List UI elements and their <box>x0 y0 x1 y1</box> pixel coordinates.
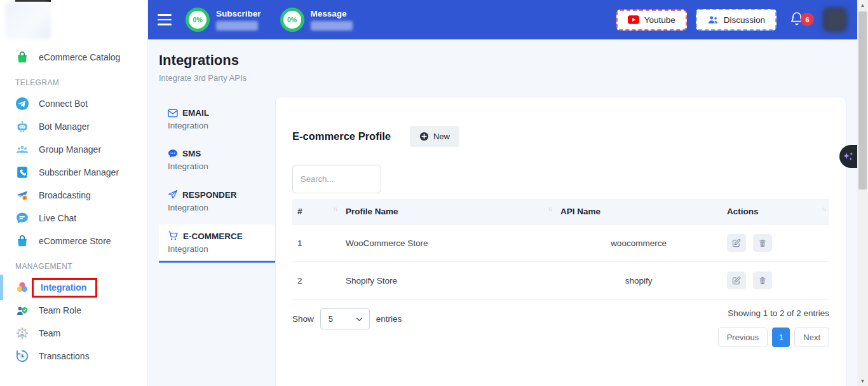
sidebar-item-transactions[interactable]: Transactions <box>0 345 147 368</box>
integration-subnav: EMAIL Integration SMS Integration <box>159 97 275 268</box>
next-page-button[interactable]: Next <box>794 327 829 347</box>
sidebar-item-label: Group Manager <box>39 144 101 155</box>
page-size-select[interactable]: 5 <box>320 308 370 329</box>
sms-bubble-icon <box>168 149 178 158</box>
users-icon <box>707 15 719 25</box>
gear-person-icon <box>15 326 29 340</box>
sidebar-item-group-manager[interactable]: Group Manager <box>0 138 147 161</box>
history-clock-icon <box>15 349 29 363</box>
edit-button[interactable] <box>727 272 746 289</box>
sidebar: eCommerce Catalog TELEGRAM Connect Bot B… <box>0 0 148 386</box>
notification-count-badge: 6 <box>801 13 814 26</box>
sidebar-item-bot-manager[interactable]: Bot Manager <box>0 115 147 138</box>
search-input[interactable] <box>292 165 381 193</box>
api-name-cell: shopify <box>555 262 722 300</box>
sidebar-item-broadcasting[interactable]: Broadcasting <box>0 184 147 207</box>
sidebar-item-label: Transactions <box>39 351 90 361</box>
youtube-button[interactable]: Youtube <box>616 10 687 31</box>
app-logo-blurred <box>5 3 51 39</box>
sidebar-item-label: Live Chat <box>39 213 76 223</box>
sidebar-item-live-chat[interactable]: Live Chat <box>0 207 147 230</box>
subscriber-stat: 0% Subscriber <box>186 8 261 32</box>
tab-subtitle: Integration <box>168 121 266 130</box>
panel-title: E-commerce Profile <box>292 130 391 142</box>
sidebar-item-label-annotated: Integration <box>32 278 97 298</box>
delete-button[interactable] <box>753 272 772 289</box>
sidebar-item-subscriber-manager[interactable]: Subscriber Manager <box>0 161 147 184</box>
profile-name-cell: WooCommerce Store <box>341 224 555 262</box>
sidebar-item-team-role[interactable]: Team Role <box>0 299 147 322</box>
page-title: Integrations <box>159 52 846 69</box>
person-shield-icon <box>15 303 29 317</box>
message-stat-value-blurred <box>311 21 353 31</box>
trash-icon <box>758 238 767 248</box>
sparkles-icon <box>842 150 855 163</box>
table-row: 1 WooCommerce Store woocommerce <box>292 224 829 262</box>
sidebar-item-label: eCommerce Catalog <box>39 52 120 62</box>
people-group-icon <box>15 142 29 156</box>
tab-responder-integration[interactable]: RESPONDER Integration <box>159 183 275 219</box>
envelope-icon <box>168 109 178 118</box>
notifications-button[interactable]: 6 <box>789 10 808 29</box>
tab-subtitle: Integration <box>168 162 266 171</box>
sidebar-section-telegram: TELEGRAM <box>0 78 147 87</box>
subscriber-stat-value-blurred <box>216 21 258 31</box>
sidebar-item-label: Bot Manager <box>39 121 90 132</box>
youtube-button-label: Youtube <box>644 15 675 25</box>
shopping-bag-blue-icon <box>15 234 29 248</box>
tab-subtitle: Integration <box>168 203 266 212</box>
sidebar-item-connect-bot[interactable]: Connect Bot <box>0 92 147 115</box>
sidebar-item-team[interactable]: Team <box>0 322 147 345</box>
profiles-table: #↑↓ Profile Name↑↓ API Name Actions↑↓ 1 … <box>292 199 829 300</box>
new-profile-button[interactable]: New <box>410 126 459 147</box>
scroll-down-arrow-icon[interactable]: ▼ <box>857 376 868 386</box>
message-stat: 0% Message <box>280 8 353 32</box>
ecommerce-profile-card: E-commerce Profile New #↑↓ Profile Name↑… <box>275 97 846 386</box>
column-header-profile-name[interactable]: Profile Name↑↓ <box>341 199 555 224</box>
sort-icon: ↑↓ <box>822 205 825 212</box>
showing-entries-text: Showing 1 to 2 of 2 entries <box>728 308 829 318</box>
contact-phone-icon <box>15 165 29 179</box>
column-header-num[interactable]: #↑↓ <box>292 199 341 224</box>
scrollbar-thumb[interactable] <box>858 11 867 190</box>
sidebar-item-ecommerce-store[interactable]: eCommerce Store <box>0 230 147 252</box>
sidebar-item-ecommerce-catalog[interactable]: eCommerce Catalog <box>0 46 147 69</box>
vertical-scrollbar[interactable]: ▲ ▼ <box>857 0 868 386</box>
app-window: eCommerce Catalog TELEGRAM Connect Bot B… <box>0 0 868 386</box>
previous-page-button[interactable]: Previous <box>718 327 768 347</box>
robot-icon <box>15 120 29 134</box>
hamburger-menu-icon[interactable] <box>158 14 172 25</box>
sort-icon: ↑↓ <box>548 205 552 212</box>
discussion-button-label: Discussion <box>724 15 765 25</box>
table-row: 2 Shopify Store shopify <box>292 262 829 300</box>
tab-title: SMS <box>182 149 201 158</box>
shopping-cart-icon <box>168 231 179 241</box>
youtube-icon <box>628 15 639 24</box>
tab-title: EMAIL <box>182 108 209 118</box>
edit-button[interactable] <box>727 234 746 252</box>
tab-ecommerce-integration[interactable]: E-COMMERCE Integration <box>159 224 275 263</box>
entries-label: entries <box>376 314 402 324</box>
column-header-actions[interactable]: Actions↑↓ <box>722 199 829 224</box>
chevron-down-icon <box>356 315 363 323</box>
ai-assistant-fab[interactable] <box>839 145 857 168</box>
pagination: Previous 1 Next <box>718 327 829 347</box>
tab-sms-integration[interactable]: SMS Integration <box>159 142 275 178</box>
scroll-up-arrow-icon[interactable]: ▲ <box>857 0 868 10</box>
tab-email-integration[interactable]: EMAIL Integration <box>159 102 275 137</box>
logo-top-line <box>15 0 51 2</box>
sidebar-item-label: Subscriber Manager <box>39 167 119 177</box>
sidebar-item-integration[interactable]: Integration <box>0 276 147 299</box>
user-avatar-blurred[interactable] <box>822 7 848 32</box>
delete-button[interactable] <box>753 234 772 252</box>
edit-pencil-icon <box>731 238 741 248</box>
sidebar-item-label: Broadcasting <box>39 190 91 200</box>
subscriber-progress-ring: 0% <box>186 8 210 32</box>
discussion-button[interactable]: Discussion <box>696 9 776 31</box>
paper-plane-icon <box>168 190 178 200</box>
current-page-button[interactable]: 1 <box>772 327 790 347</box>
column-header-api-name[interactable]: API Name <box>555 199 722 224</box>
sidebar-section-management: MANAGEMENT <box>0 262 147 271</box>
page-size-value: 5 <box>329 314 333 324</box>
row-number: 1 <box>292 224 341 262</box>
